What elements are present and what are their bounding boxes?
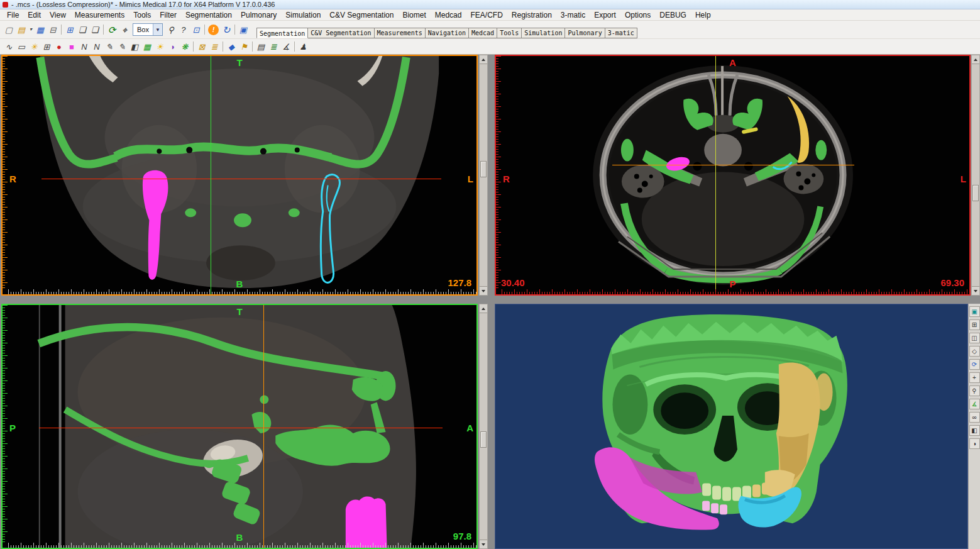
menu-pulmonary[interactable]: Pulmonary: [236, 10, 281, 20]
menu-tools[interactable]: Tools: [129, 10, 155, 20]
menu-filter[interactable]: Filter: [155, 10, 181, 20]
indicate-slice-icon[interactable]: !: [208, 25, 219, 35]
crosshair-horizontal[interactable]: [39, 428, 443, 428]
boolean-operations-icon[interactable]: N: [78, 40, 91, 53]
crosshair-vertical[interactable]: [211, 56, 211, 294]
viewport-coronal[interactable]: T R L B 127.8: [1, 55, 478, 296]
scene-icon[interactable]: ◫: [969, 333, 980, 343]
thresholding-icon[interactable]: ∿: [3, 40, 15, 53]
calculate-3d-grid-icon[interactable]: ⊞: [40, 40, 53, 53]
crosshair-vertical[interactable]: [263, 305, 264, 548]
coronal-scrollbar[interactable]: [479, 55, 488, 296]
tab-3matic[interactable]: 3-matic: [605, 28, 637, 38]
menu-segmentation[interactable]: Segmentation: [181, 10, 236, 20]
menu-options[interactable]: Options: [620, 10, 655, 20]
zoom-icon[interactable]: ⚲: [165, 23, 177, 36]
contrast-icon[interactable]: ◑: [969, 438, 980, 449]
open-dropdown-icon[interactable]: ▾: [28, 23, 34, 36]
tab-cv-segmentation[interactable]: C&V Segmentation: [307, 28, 374, 38]
viewport-sagittal[interactable]: T P A B 97.8: [1, 304, 478, 549]
viewport-3d[interactable]: [495, 304, 968, 549]
scrollbar-thumb[interactable]: [480, 161, 487, 177]
scrollbar-thumb[interactable]: [480, 431, 487, 448]
menu-view[interactable]: View: [45, 10, 70, 20]
multiple-slice-edit-icon[interactable]: ▦: [141, 40, 153, 53]
menu-simulation[interactable]: Simulation: [281, 10, 325, 20]
project-management-icon[interactable]: ▣: [237, 23, 250, 36]
orientation-cube-icon[interactable]: ◇: [969, 346, 980, 357]
scroll-up-icon[interactable]: [480, 304, 487, 313]
menu-fea-cfd[interactable]: FEA/CFD: [466, 10, 507, 20]
menu-registration[interactable]: Registration: [507, 10, 556, 20]
open-project-icon[interactable]: ▤: [15, 23, 28, 36]
draw-profile-icon[interactable]: ✎: [103, 40, 116, 53]
dynamic-region-grow-icon[interactable]: ✳: [28, 40, 40, 53]
menu-debug[interactable]: DEBUG: [655, 10, 691, 20]
menu-measurements[interactable]: Measurements: [70, 10, 129, 20]
copy-view-icon[interactable]: ❏: [89, 23, 101, 36]
tab-tools[interactable]: Tools: [497, 28, 522, 38]
menu-file[interactable]: File: [3, 10, 23, 20]
title-bar[interactable]: - .mcs - (Lossless Compression)* - Mimic…: [0, 0, 980, 9]
erase-icon[interactable]: ✎: [116, 40, 128, 53]
zoom-help-icon[interactable]: ?: [177, 23, 190, 36]
edit-masks-icon[interactable]: ■: [65, 40, 78, 53]
crosshair-vertical[interactable]: [715, 56, 716, 294]
scroll-down-icon[interactable]: [972, 286, 979, 295]
scroll-up-icon[interactable]: [972, 55, 979, 64]
calculate-part-icon[interactable]: ◆: [225, 40, 238, 53]
tab-medcad[interactable]: Medcad: [468, 28, 497, 38]
patient-position-icon[interactable]: ♟: [297, 40, 309, 53]
screens-icon[interactable]: ◧: [969, 425, 980, 436]
new-project-icon[interactable]: ▢: [3, 23, 15, 36]
sagittal-scrollbar[interactable]: [479, 304, 488, 549]
profile-line-icon[interactable]: ▭: [15, 40, 28, 53]
combobox-arrow-icon[interactable]: ▼: [153, 24, 162, 35]
cavity-fill-icon[interactable]: N: [91, 40, 103, 53]
zoom-3d-icon[interactable]: ⚲: [969, 385, 980, 396]
calculate-polylines-icon[interactable]: ≣: [208, 40, 221, 53]
zoom-mode-combobox[interactable]: Box ▼: [133, 23, 163, 36]
save-project-icon[interactable]: ▦: [34, 23, 47, 36]
zoom-region-icon[interactable]: ⊡: [190, 23, 202, 36]
stereo-glasses-icon[interactable]: ∞: [969, 412, 980, 423]
pan-icon[interactable]: ⌖: [118, 23, 131, 36]
menu-export[interactable]: Export: [590, 10, 620, 20]
annotate-icon[interactable]: ⚑: [238, 40, 250, 53]
menu-help[interactable]: Help: [691, 10, 715, 20]
smooth-mask-icon[interactable]: ☀: [153, 40, 166, 53]
scrollbar-thumb[interactable]: [972, 185, 979, 201]
tab-segmentation[interactable]: Segmentation: [256, 28, 308, 38]
crosshair-horizontal[interactable]: [612, 165, 854, 165]
crosshair-horizontal[interactable]: [41, 179, 441, 179]
menu-edit[interactable]: Edit: [23, 10, 45, 20]
menu-biomet[interactable]: Biomet: [398, 10, 430, 20]
tab-measurements[interactable]: Measurements: [374, 28, 426, 38]
tab-navigation[interactable]: Navigation: [425, 28, 469, 38]
split-mask-icon[interactable]: ◑: [166, 40, 179, 53]
print-icon[interactable]: ⊟: [47, 23, 59, 36]
menu-cv-segmentation[interactable]: C&V Segmentation: [325, 10, 398, 20]
axial-scrollbar[interactable]: [971, 55, 980, 296]
measure-distance-icon[interactable]: ∡: [280, 40, 292, 53]
layout-icon[interactable]: ⊞: [969, 319, 980, 330]
smart-fill-icon[interactable]: ❋: [179, 40, 191, 53]
tab-pulmonary[interactable]: Pulmonary: [564, 28, 605, 38]
scroll-down-icon[interactable]: [480, 540, 487, 548]
viewport-axial[interactable]: A R L P 30.40 69.30: [495, 55, 971, 296]
scroll-up-icon[interactable]: [480, 55, 487, 64]
update-views-icon[interactable]: ⟳: [106, 23, 118, 36]
polyline-list-icon[interactable]: ≣: [267, 40, 280, 53]
pan-3d-icon[interactable]: +: [969, 372, 980, 383]
morphology-operations-icon[interactable]: ●: [53, 40, 65, 53]
menu-medcad[interactable]: Medcad: [431, 10, 466, 20]
view-config-icon[interactable]: ▣: [969, 306, 980, 317]
tab-simulation[interactable]: Simulation: [521, 28, 565, 38]
measure-3d-icon[interactable]: ∡: [969, 399, 980, 409]
mask-list-icon[interactable]: ▤: [255, 40, 267, 53]
scroll-down-icon[interactable]: [480, 286, 487, 295]
menu-3-matic[interactable]: 3-matic: [556, 10, 590, 20]
crop-mask-icon[interactable]: ⊠: [195, 40, 208, 53]
copy-icon[interactable]: ❏: [76, 23, 89, 36]
rotate-pointer-icon[interactable]: ↻: [220, 23, 233, 36]
